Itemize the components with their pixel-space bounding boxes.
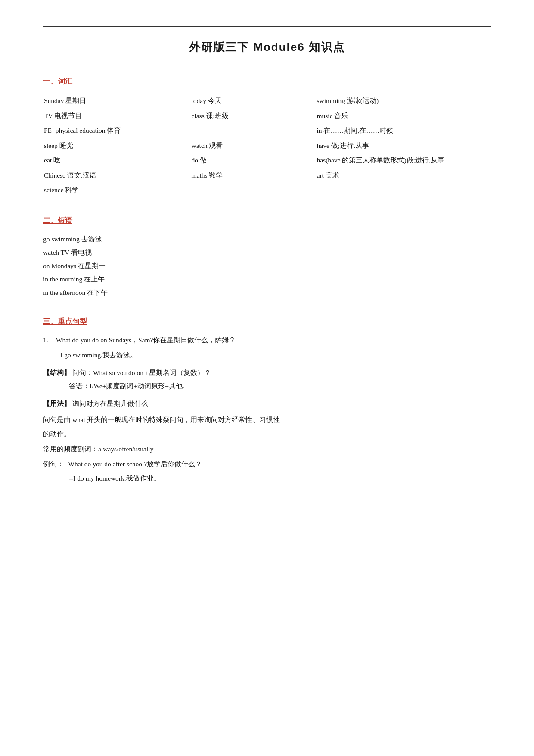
section-phrases-title: 二、短语 — [43, 216, 491, 225]
phrase-item-3: on Mondays 在星期一 — [43, 259, 491, 272]
vocab-cell-wide: PE=physical education 体育 — [44, 124, 316, 138]
sentence-1-q: --What do you do on Sundays，Sam?你在星期日做什么… — [52, 333, 236, 347]
explain-line-2: 的动作。 — [43, 427, 491, 440]
yongfa-label: 【用法】 — [43, 400, 71, 407]
vocab-cell — [192, 183, 316, 197]
vocab-cell: eat 吃 — [44, 153, 191, 168]
freq-adverbs: 常用的频度副词：always/often/usually — [43, 442, 491, 456]
vocab-cell: art 美术 — [317, 169, 491, 183]
vocab-cell: TV 电视节目 — [44, 109, 191, 123]
sentence-1-answer: --I go swimming.我去游泳。 — [56, 348, 491, 362]
vocab-row-7: science 科学 — [44, 183, 490, 197]
example-q: 例句：--What do you do after school?放学后你做什么… — [43, 457, 491, 471]
vocab-cell: do 做 — [192, 153, 316, 168]
section-vocab-title: 一、词汇 — [43, 76, 491, 86]
vocab-row-1: Sunday 星期日 today 今天 swimming 游泳(运动) — [44, 94, 490, 108]
phrase-item-1: go swimming 去游泳 — [43, 232, 491, 246]
vocab-cell: Sunday 星期日 — [44, 94, 191, 108]
top-divider — [43, 26, 491, 27]
vocab-row-6: Chinese 语文,汉语 maths 数学 art 美术 — [44, 169, 490, 183]
vocab-row-3: PE=physical education 体育 in 在……期间,在……时候 — [44, 124, 490, 138]
vocab-cell: class 课;班级 — [192, 109, 316, 123]
vocab-cell: today 今天 — [192, 94, 316, 108]
vocab-cell: have 做;进行,从事 — [317, 139, 491, 153]
explain-line-1: 问句是由 what 开头的一般现在时的特殊疑问句，用来询问对方经常性、习惯性 — [43, 413, 491, 426]
jiegou-question: 问句：What so you do on +星期名词（复数）？ — [72, 369, 211, 376]
section-sentences-title: 三、重点句型 — [43, 316, 491, 326]
section-sentences: 三、重点句型 1. --What do you do on Sundays，Sa… — [43, 316, 491, 485]
example-a: --I do my homework.我做作业。 — [69, 472, 491, 485]
vocab-cell: watch 观看 — [192, 139, 316, 153]
jiegou-label: 【结构】 — [43, 369, 71, 376]
jiegou-answer: 答语：I/We+频度副词+动词原形+其他. — [69, 379, 184, 393]
section-phrases: 二、短语 go swimming 去游泳 watch TV 看电视 on Mon… — [43, 216, 491, 299]
vocab-row-5: eat 吃 do 做 has(have 的第三人称单数形式)做;进行,从事 — [44, 153, 490, 168]
vocab-cell — [317, 183, 491, 197]
sentence-1-num: 1. — [43, 333, 50, 347]
phrase-item-4: in the morning 在上午 — [43, 272, 491, 286]
vocab-cell: in 在……期间,在……时候 — [317, 124, 491, 138]
vocab-cell: Chinese 语文,汉语 — [44, 169, 191, 183]
vocab-table: Sunday 星期日 today 今天 swimming 游泳(运动) TV 电… — [43, 93, 491, 198]
jiegou-block: 【结构】 问句：What so you do on +星期名词（复数）？ 答语：… — [43, 366, 491, 393]
vocab-cell: maths 数学 — [192, 169, 316, 183]
phrase-item-2: watch TV 看电视 — [43, 246, 491, 259]
vocab-row-4: sleep 睡觉 watch 观看 have 做;进行,从事 — [44, 139, 490, 153]
vocab-cell: has(have 的第三人称单数形式)做;进行,从事 — [317, 153, 491, 168]
sentence-1-block: 1. --What do you do on Sundays，Sam?你在星期日… — [43, 333, 491, 347]
section-vocab: 一、词汇 Sunday 星期日 today 今天 swimming 游泳(运动)… — [43, 76, 491, 198]
vocab-cell: sleep 睡觉 — [44, 139, 191, 153]
vocab-cell: music 音乐 — [317, 109, 491, 123]
phrase-list: go swimming 去游泳 watch TV 看电视 on Mondays … — [43, 232, 491, 299]
yongfa-block: 【用法】 询问对方在星期几做什么 — [43, 397, 491, 410]
vocab-row-2: TV 电视节目 class 课;班级 music 音乐 — [44, 109, 490, 123]
page-title: 外研版三下 Module6 知识点 — [43, 40, 491, 55]
phrase-item-5: in the afternoon 在下午 — [43, 286, 491, 299]
vocab-cell: swimming 游泳(运动) — [317, 94, 491, 108]
yongfa-text: 询问对方在星期几做什么 — [72, 400, 148, 407]
vocab-cell: science 科学 — [44, 183, 191, 197]
